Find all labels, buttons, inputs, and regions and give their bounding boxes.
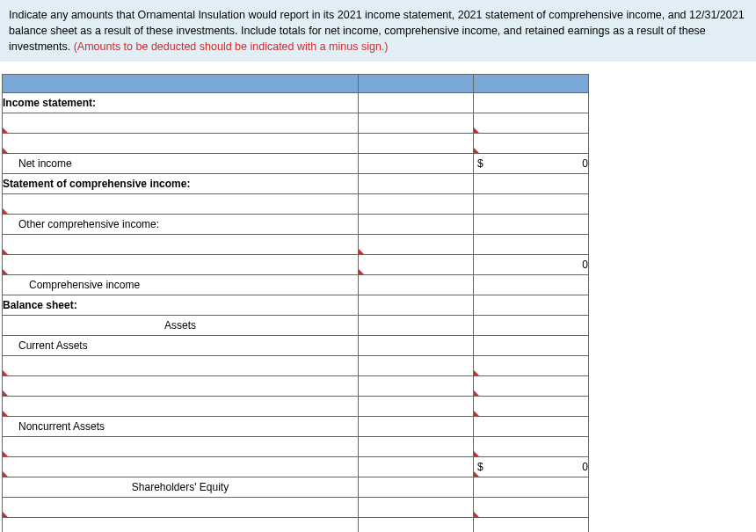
value-dropdown-cell[interactable] bbox=[474, 437, 589, 457]
label-cell: Other comprehensive income: bbox=[3, 215, 359, 235]
label-cell: Noncurrent Assets bbox=[3, 417, 359, 437]
table-row bbox=[3, 356, 589, 376]
table-row bbox=[3, 397, 589, 417]
label-dropdown-cell[interactable] bbox=[3, 397, 359, 417]
label-cell: Current Assets bbox=[3, 336, 359, 356]
value-cell: 0 bbox=[474, 255, 589, 275]
header-blank-2 bbox=[359, 75, 474, 93]
value-cell bbox=[474, 93, 589, 113]
mid-cell bbox=[359, 174, 474, 194]
mid-cell bbox=[359, 215, 474, 235]
mid-cell bbox=[359, 275, 474, 295]
table-row bbox=[3, 194, 589, 215]
table-row: Other comprehensive income: bbox=[3, 215, 589, 235]
label-cell: Statement of comprehensive income: bbox=[3, 174, 359, 194]
table-row bbox=[3, 518, 589, 532]
table-row: Income statement: bbox=[3, 93, 589, 113]
label-cell: Income statement: bbox=[3, 93, 359, 113]
value-cell bbox=[474, 417, 589, 437]
table-row: Noncurrent Assets bbox=[3, 417, 589, 437]
header-blank-1 bbox=[3, 75, 359, 93]
value-dropdown-cell[interactable] bbox=[474, 376, 589, 397]
header-row bbox=[3, 75, 589, 93]
mid-cell bbox=[359, 194, 474, 215]
value-cell bbox=[474, 295, 589, 316]
label-dropdown-cell[interactable] bbox=[3, 437, 359, 457]
table-row: Statement of comprehensive income: bbox=[3, 174, 589, 194]
label-dropdown-cell[interactable] bbox=[3, 235, 359, 255]
value-cell bbox=[474, 174, 589, 194]
mid-cell bbox=[359, 134, 474, 154]
mid-cell bbox=[359, 93, 474, 113]
label-dropdown-cell[interactable] bbox=[3, 194, 359, 215]
mid-cell bbox=[359, 336, 474, 356]
label-dropdown-cell[interactable] bbox=[3, 255, 359, 275]
mid-cell bbox=[359, 437, 474, 457]
mid-cell bbox=[359, 457, 474, 477]
mid-cell bbox=[359, 113, 474, 134]
table-row: Current Assets bbox=[3, 336, 589, 356]
currency-symbol: $ bbox=[477, 461, 483, 473]
mid-dropdown-cell[interactable] bbox=[359, 235, 474, 255]
label-dropdown-cell[interactable] bbox=[3, 113, 359, 134]
value-dropdown-cell[interactable] bbox=[474, 134, 589, 154]
value-cell bbox=[474, 235, 589, 255]
label-cell: Net income bbox=[3, 154, 359, 174]
value-dropdown-cell[interactable] bbox=[474, 356, 589, 376]
table-row: Balance sheet: bbox=[3, 295, 589, 316]
value-dropdown-cell[interactable] bbox=[474, 113, 589, 134]
instruction-red: (Amounts to be deducted should be indica… bbox=[74, 40, 389, 53]
mid-cell bbox=[359, 316, 474, 336]
table-row bbox=[3, 498, 589, 518]
mid-cell bbox=[359, 376, 474, 397]
currency-symbol: $ bbox=[477, 157, 483, 170]
label-dropdown-cell[interactable] bbox=[3, 134, 359, 154]
mid-cell bbox=[359, 518, 474, 532]
value-dropdown-cell[interactable] bbox=[474, 498, 589, 518]
value-cell bbox=[474, 477, 589, 498]
value-cell bbox=[474, 194, 589, 215]
value-cell bbox=[474, 275, 589, 295]
table-row: Shareholders' Equity bbox=[3, 477, 589, 498]
mid-cell bbox=[359, 477, 474, 498]
label-cell: Assets bbox=[3, 316, 359, 336]
table-row bbox=[3, 376, 589, 397]
value-cell bbox=[474, 215, 589, 235]
table-row bbox=[3, 134, 589, 154]
mid-cell bbox=[359, 417, 474, 437]
label-dropdown-cell[interactable] bbox=[3, 356, 359, 376]
label-dropdown-cell[interactable] bbox=[3, 376, 359, 397]
value-cell: $0 bbox=[474, 154, 589, 174]
label-cell: Shareholders' Equity bbox=[3, 477, 359, 498]
value-dropdown-cell[interactable] bbox=[474, 397, 589, 417]
table-row: $0 bbox=[3, 457, 589, 477]
label-cell: Comprehensive income bbox=[3, 275, 359, 295]
label-dropdown-cell[interactable] bbox=[3, 518, 359, 532]
table-row: Comprehensive income bbox=[3, 275, 589, 295]
table-row: Net income$0 bbox=[3, 154, 589, 174]
header-blank-3 bbox=[474, 75, 589, 93]
value-text: 0 bbox=[582, 461, 588, 473]
value-dropdown-cell[interactable] bbox=[474, 518, 589, 532]
label-cell: Balance sheet: bbox=[3, 295, 359, 316]
mid-cell bbox=[359, 295, 474, 316]
value-text: 0 bbox=[582, 157, 588, 170]
label-dropdown-cell[interactable] bbox=[3, 498, 359, 518]
mid-cell bbox=[359, 154, 474, 174]
table-row bbox=[3, 113, 589, 134]
table-row bbox=[3, 437, 589, 457]
label-dropdown-cell[interactable] bbox=[3, 457, 359, 477]
table-row bbox=[3, 235, 589, 255]
instruction-box: Indicate any amounts that Ornamental Ins… bbox=[0, 0, 756, 62]
value-cell bbox=[474, 316, 589, 336]
mid-dropdown-cell[interactable] bbox=[359, 255, 474, 275]
worksheet-table: Income statement:Net income$0Statement o… bbox=[2, 74, 589, 532]
value-cell bbox=[474, 336, 589, 356]
table-row: Assets bbox=[3, 316, 589, 336]
mid-cell bbox=[359, 397, 474, 417]
value-dropdown-cell[interactable]: $0 bbox=[474, 457, 589, 477]
value-text: 0 bbox=[582, 259, 588, 271]
table-row: 0 bbox=[3, 255, 589, 275]
mid-cell bbox=[359, 498, 474, 518]
mid-cell bbox=[359, 356, 474, 376]
